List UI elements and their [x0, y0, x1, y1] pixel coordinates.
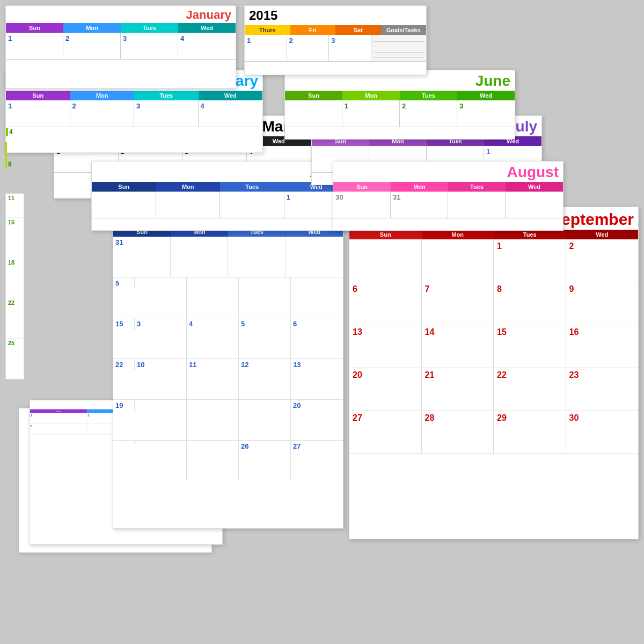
april-page: April Sun Mon Tues Wed 1 [91, 161, 349, 231]
tues-header: Tues [121, 23, 178, 33]
august-header: Sun Mon Tues Wed [333, 182, 563, 192]
may-10: 10 [135, 359, 187, 399]
may-19-margin: 19 [113, 400, 135, 411]
feb-day-3: 3 [134, 100, 199, 127]
may-r2c2 [187, 277, 239, 318]
june-title: June [475, 72, 510, 90]
wed-header-aug: Wed [506, 182, 563, 192]
sep-15: 15 [494, 325, 566, 368]
sun-header-aug: Sun [333, 182, 391, 192]
june-header: Sun Mon Tues Wed [285, 91, 515, 100]
wed-header: Wed [178, 23, 236, 33]
day-1-2015: 1 [245, 35, 287, 62]
may-13: 13 [291, 359, 343, 399]
goals-header: Goals/Tasks [381, 25, 427, 35]
september-header: Sun Mon Tues Wed [349, 230, 638, 239]
mon-header-aug: Mon [391, 182, 448, 192]
day-4: 4 [178, 33, 236, 60]
tues-header-sep: Tues [494, 230, 566, 239]
mon-header-jun: Mon [342, 91, 400, 100]
august-title: August [507, 164, 559, 181]
day-2-2015: 2 [287, 35, 330, 62]
feb-day-1: 1 [6, 100, 70, 127]
may-3: 3 [135, 318, 187, 358]
sep-30: 30 [566, 411, 639, 454]
sep-9: 9 [566, 282, 639, 325]
sun-header: Sun [6, 23, 63, 33]
jun-day-3: 3 [457, 100, 515, 127]
aug-day-30: 30 [333, 192, 391, 218]
sep-28: 28 [422, 411, 494, 454]
sun-header-apr: Sun [92, 182, 156, 192]
apr-day-empty3 [220, 192, 284, 218]
may-24 [135, 441, 187, 481]
wed-header-jun: Wed [457, 91, 515, 100]
may-4: 4 [187, 318, 239, 358]
feb-week-strip: 8 [5, 142, 21, 169]
may-15-margin: 15 [113, 318, 135, 330]
sep-2: 2 [566, 239, 639, 282]
june-page: June Sun Mon Tues Wed 1 2 3 [284, 70, 515, 140]
day-2: 2 [63, 33, 121, 60]
year2015-header: Thurs Fri Sat Goals/Tasks [245, 25, 426, 35]
feb-day-2: 2 [70, 100, 135, 127]
apr-day-empty1 [92, 192, 156, 218]
mon-header: Mon [63, 23, 121, 33]
jun-day-2: 2 [400, 100, 457, 127]
tues-header-jun: Tues [400, 91, 457, 100]
may-20: 20 [291, 400, 343, 440]
sun-header-jun: Sun [285, 91, 342, 100]
may-row2-num: 5 [113, 277, 135, 289]
sep-1: 1 [494, 239, 566, 282]
year-2015-title: 2015 [249, 8, 277, 23]
sep-w1d1 [349, 239, 422, 282]
feb-day-4: 4 [199, 100, 263, 127]
sep-21: 21 [422, 368, 494, 411]
may-27: 27 [291, 441, 343, 481]
sat-header: Sat [335, 25, 381, 35]
april-header: Sun Mon Tues Wed [92, 182, 348, 192]
may-page: May Sun Mon Tues Wed 31 5 15 3 4 5 6 22 [113, 207, 343, 529]
sep-7: 7 [422, 282, 494, 325]
sep-20: 20 [349, 368, 422, 411]
day-3-2015: 3 [329, 35, 371, 62]
sep-13: 13 [349, 325, 422, 368]
may-empty2 [228, 237, 286, 277]
sep-week4: 20 21 22 23 [349, 368, 638, 411]
may-19-num [239, 400, 291, 440]
may-26: 26 [239, 441, 291, 481]
may-25 [187, 441, 239, 481]
wed-header-feb: Wed [199, 91, 263, 100]
sep-week2: 6 7 8 9 [349, 282, 638, 325]
tues-header-aug: Tues [448, 182, 506, 192]
may-empty3 [286, 237, 343, 277]
aug-day-empty2 [506, 192, 563, 218]
may-r2c3 [239, 277, 291, 318]
may-last-margin [113, 441, 135, 444]
sep-week1: 1 2 [349, 239, 638, 282]
may-31: 31 [113, 237, 171, 277]
apr-day-empty2 [156, 192, 221, 218]
may-5: 5 [239, 318, 291, 358]
may-6: 6 [291, 318, 343, 358]
sep-27: 27 [349, 411, 422, 454]
may-11: 11 [187, 359, 239, 399]
sep-14: 14 [422, 325, 494, 368]
may-22-margin: 22 [113, 359, 135, 370]
sep-23: 23 [566, 368, 639, 411]
mon-header-sep: Mon [422, 230, 494, 239]
jun-day-1: 1 [342, 100, 400, 127]
week-numbers-strip: 11 15 18 22 25 [5, 193, 24, 379]
tues-header-apr: Tues [220, 182, 284, 192]
january-title: January [186, 8, 231, 22]
day-3: 3 [121, 33, 178, 60]
sep-16: 16 [566, 325, 639, 368]
year2015-page: 2015 Thurs Fri Sat Goals/Tasks 1 2 3 [244, 5, 427, 75]
sep-w1d2 [422, 239, 494, 282]
fri-header: Fri [290, 25, 336, 35]
january-header: Sun Mon Tues Wed [6, 23, 236, 33]
sep-22: 22 [494, 368, 566, 411]
may-r2c1 [135, 277, 187, 318]
mon-header-feb: Mon [70, 91, 135, 100]
tues-header-feb: Tues [134, 91, 199, 100]
